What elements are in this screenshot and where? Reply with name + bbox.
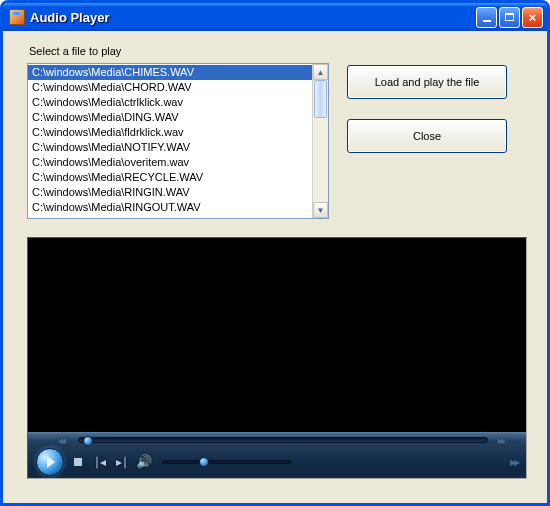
- list-item[interactable]: C:\windows\Media\DING.WAV: [28, 110, 312, 125]
- video-area: [28, 238, 526, 432]
- list-item[interactable]: C:\windows\Media\fldrklick.wav: [28, 125, 312, 140]
- volume-thumb[interactable]: [199, 457, 209, 467]
- list-item[interactable]: C:\windows\Media\START.WAV: [28, 215, 312, 218]
- app-window: Audio Player × Select a file to play C:\…: [0, 0, 550, 506]
- top-row: C:\windows\Media\CHIMES.WAVC:\windows\Me…: [27, 63, 527, 219]
- scroll-down-button[interactable]: ▼: [313, 202, 328, 218]
- close-button[interactable]: Close: [347, 119, 507, 153]
- stop-button[interactable]: [70, 455, 86, 469]
- scroll-track[interactable]: [313, 80, 328, 202]
- maximize-icon: [505, 13, 514, 21]
- seek-bar[interactable]: [78, 437, 488, 443]
- listbox-scrollbar[interactable]: ▲ ▼: [312, 64, 328, 218]
- stop-icon: [74, 458, 82, 466]
- file-listbox[interactable]: C:\windows\Media\CHIMES.WAVC:\windows\Me…: [27, 63, 329, 219]
- close-icon: ×: [529, 11, 537, 24]
- list-item[interactable]: C:\windows\Media\RINGIN.WAV: [28, 185, 312, 200]
- previous-button[interactable]: ∣◂: [92, 455, 108, 469]
- mute-button[interactable]: 🔊: [136, 454, 152, 469]
- next-button[interactable]: ▸∣: [114, 455, 130, 469]
- maximize-button[interactable]: [499, 7, 520, 28]
- minimize-icon: [483, 20, 491, 22]
- rewind-icon: ◂◂: [58, 435, 64, 446]
- list-item[interactable]: C:\windows\Media\CHORD.WAV: [28, 80, 312, 95]
- client-area: Select a file to play C:\windows\Media\C…: [3, 31, 547, 503]
- list-item[interactable]: C:\windows\Media\RECYCLE.WAV: [28, 170, 312, 185]
- load-play-button[interactable]: Load and play the file: [347, 65, 507, 99]
- fastforward-icon: ▸▸: [498, 435, 504, 446]
- player-controls: ◂◂ ▸▸ ∣◂ ▸∣ 🔊 ▸▸: [28, 432, 526, 478]
- play-button[interactable]: [36, 448, 64, 476]
- button-column: Load and play the file Close: [347, 65, 507, 153]
- app-icon: [9, 9, 25, 25]
- close-window-button[interactable]: ×: [522, 7, 543, 28]
- list-item[interactable]: C:\windows\Media\NOTIFY.WAV: [28, 140, 312, 155]
- select-file-label: Select a file to play: [29, 45, 527, 57]
- forward-skip-icon: ▸▸: [510, 455, 518, 469]
- list-item[interactable]: C:\windows\Media\CHIMES.WAV: [28, 65, 312, 80]
- close-label: Close: [413, 130, 441, 142]
- scroll-up-button[interactable]: ▲: [313, 64, 328, 80]
- list-item[interactable]: C:\windows\Media\RINGOUT.WAV: [28, 200, 312, 215]
- volume-slider[interactable]: [162, 460, 292, 464]
- minimize-button[interactable]: [476, 7, 497, 28]
- titlebar: Audio Player ×: [3, 3, 547, 31]
- play-icon: [47, 456, 55, 468]
- media-player: ◂◂ ▸▸ ∣◂ ▸∣ 🔊 ▸▸: [27, 237, 527, 479]
- window-title: Audio Player: [30, 10, 474, 25]
- scroll-thumb[interactable]: [314, 80, 327, 118]
- load-play-label: Load and play the file: [375, 76, 480, 88]
- list-item[interactable]: C:\windows\Media\ctrlklick.wav: [28, 95, 312, 110]
- seek-thumb[interactable]: [83, 436, 93, 446]
- list-item[interactable]: C:\windows\Media\overitem.wav: [28, 155, 312, 170]
